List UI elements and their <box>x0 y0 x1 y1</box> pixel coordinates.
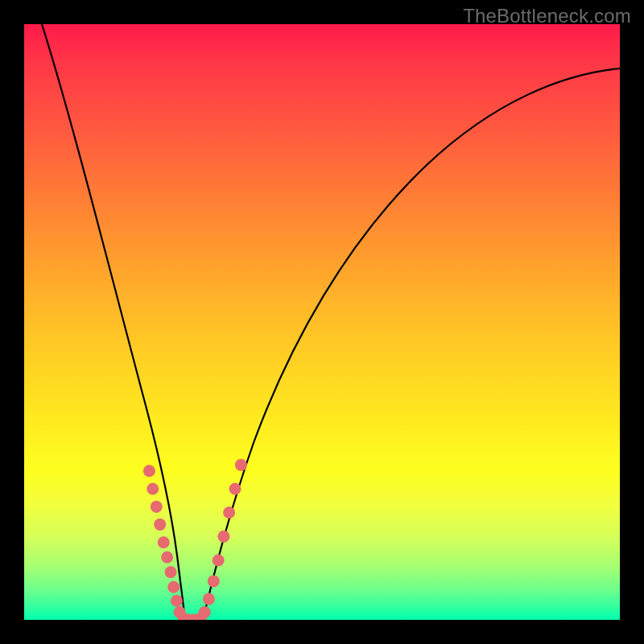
highlight-dot <box>151 501 163 513</box>
highlight-dot <box>167 581 180 593</box>
highlight-dot <box>171 595 183 607</box>
highlight-dot <box>217 530 229 543</box>
highlight-dot <box>161 551 173 564</box>
highlight-dot <box>143 465 155 477</box>
highlight-dot <box>229 483 242 495</box>
highlight-dot <box>223 506 235 518</box>
highlight-dot <box>235 459 247 471</box>
watermark-text: TheBottleneck.com <box>463 5 631 27</box>
chart-frame: TheBottleneck.com <box>0 0 644 644</box>
highlight-dot <box>203 593 215 605</box>
highlight-dot <box>165 566 177 578</box>
highlight-dot <box>158 536 170 548</box>
highlight-dot <box>147 483 159 495</box>
highlight-dots-layer <box>143 459 247 620</box>
highlight-dot <box>213 555 225 567</box>
highlight-dot <box>208 575 220 587</box>
highlight-dot <box>154 518 166 530</box>
right-branch-curve <box>203 68 620 620</box>
curve-group <box>42 24 620 620</box>
left-branch-curve <box>42 24 185 620</box>
plot-area <box>24 24 620 620</box>
chart-svg <box>24 24 620 620</box>
highlight-dot <box>199 606 211 618</box>
